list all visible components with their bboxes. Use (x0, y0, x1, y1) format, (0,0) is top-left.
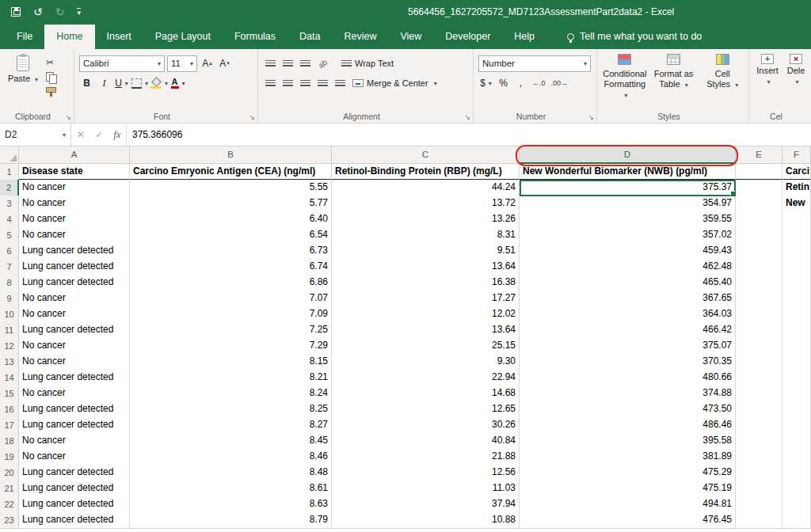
decrease-indent-button[interactable] (315, 75, 330, 92)
cell-B6[interactable]: 6.73 (130, 243, 332, 260)
cell-B19[interactable]: 8.46 (130, 449, 332, 466)
cell-E21[interactable] (736, 481, 782, 497)
cell-F12[interactable] (782, 338, 811, 355)
tab-view[interactable]: View (388, 25, 433, 49)
cell-C14[interactable]: 22.94 (332, 370, 520, 386)
cell-D14[interactable]: 480.66 (520, 370, 736, 386)
cell-A6[interactable]: Lung cancer detected (19, 243, 130, 260)
accounting-format-button[interactable]: $ ▾ (478, 75, 493, 92)
cell-D2[interactable]: 375.37 (520, 180, 736, 196)
cell-F7[interactable] (782, 259, 811, 276)
cell-A9[interactable]: No cancer (19, 291, 130, 307)
font-size-combo[interactable]: 11 ▾ (167, 55, 197, 72)
cell-B22[interactable]: 8.63 (130, 496, 332, 513)
orientation-button[interactable]: ab (315, 55, 330, 72)
cell-F5[interactable] (782, 227, 811, 244)
row-header-2[interactable]: 2 (0, 180, 19, 196)
paste-button[interactable]: Paste ▾ (5, 54, 41, 97)
cell-E22[interactable] (736, 496, 782, 513)
tab-data[interactable]: Data (287, 25, 332, 49)
cell-E2[interactable] (736, 180, 782, 196)
decrease-font-size-button[interactable]: A▾ (217, 55, 232, 72)
cell-C22[interactable]: 37.94 (332, 496, 520, 513)
format-as-table-button[interactable]: Format as Table ▾ (651, 54, 697, 101)
row-header-19[interactable]: 19 (0, 449, 19, 466)
dialog-launcher-icon[interactable]: ↘ (588, 113, 594, 121)
row-header-16[interactable]: 16 (0, 401, 19, 418)
cell-B14[interactable]: 8.21 (130, 370, 332, 386)
cell-C10[interactable]: 12.02 (332, 306, 520, 323)
row-header-5[interactable]: 5 (0, 227, 19, 244)
select-all-corner[interactable] (0, 146, 19, 164)
cell-B8[interactable]: 6.86 (130, 275, 332, 291)
align-left-button[interactable] (263, 75, 278, 92)
cell-A14[interactable]: Lung cancer detected (19, 370, 130, 386)
conditional-formatting-button[interactable]: Conditional Formatting ▾ (602, 54, 648, 101)
cell-D10[interactable]: 364.03 (520, 306, 736, 323)
cell-C1[interactable]: Retinol-Binding Protein (RBP) (mg/L) (332, 164, 520, 180)
cell-E23[interactable] (736, 512, 782, 529)
cell-E19[interactable] (736, 449, 782, 466)
font-name-combo[interactable]: Calibri ▾ (79, 55, 165, 72)
cell-C13[interactable]: 9.30 (332, 354, 520, 370)
row-header-14[interactable]: 14 (0, 370, 19, 386)
cell-F10[interactable] (782, 306, 811, 323)
cell-A4[interactable]: No cancer (19, 211, 130, 228)
row-header-21[interactable]: 21 (0, 481, 19, 497)
column-header-F[interactable]: F (782, 146, 811, 164)
fill-color-button[interactable]: ▾ (150, 75, 168, 92)
cell-F15[interactable] (782, 386, 811, 402)
undo-icon[interactable]: ↺ (33, 6, 43, 18)
cell-C12[interactable]: 25.15 (332, 338, 520, 355)
cell-E7[interactable] (736, 259, 782, 276)
cell-E11[interactable] (736, 322, 782, 339)
cell-F14[interactable] (782, 370, 811, 386)
cell-C21[interactable]: 11.03 (332, 481, 520, 497)
cell-A10[interactable]: No cancer (19, 306, 130, 323)
cell-E4[interactable] (736, 211, 782, 228)
row-header-20[interactable]: 20 (0, 465, 19, 481)
name-box[interactable]: D2 ▾ (0, 124, 71, 146)
redo-icon[interactable]: ↻ (55, 6, 65, 18)
cell-C6[interactable]: 9.51 (332, 243, 520, 260)
align-middle-button[interactable] (280, 55, 295, 72)
row-header-1[interactable]: 1 (0, 164, 19, 180)
cell-A23[interactable]: Lung cancer detected (19, 512, 130, 529)
cell-D18[interactable]: 395.58 (520, 433, 736, 450)
cell-E13[interactable] (736, 354, 782, 370)
increase-font-size-button[interactable]: A▴ (200, 55, 215, 72)
cell-F20[interactable] (782, 465, 811, 481)
cell-B16[interactable]: 8.25 (130, 401, 332, 418)
align-top-button[interactable] (263, 55, 278, 72)
row-header-12[interactable]: 12 (0, 338, 19, 355)
cell-E14[interactable] (736, 370, 782, 386)
cell-A11[interactable]: Lung cancer detected (19, 322, 130, 339)
cell-B4[interactable]: 6.40 (130, 211, 332, 228)
cell-F22[interactable] (782, 496, 811, 513)
insert-function-icon[interactable]: fx (114, 129, 121, 141)
cell-D4[interactable]: 359.55 (520, 211, 736, 228)
cell-B13[interactable]: 8.15 (130, 354, 332, 370)
cell-B18[interactable]: 8.45 (130, 433, 332, 450)
delete-cells-button[interactable]: × Dele ▾ (784, 54, 808, 87)
cell-C11[interactable]: 13.64 (332, 322, 520, 339)
cell-E16[interactable] (736, 401, 782, 418)
cell-B7[interactable]: 6.74 (130, 259, 332, 276)
italic-button[interactable]: I (97, 75, 112, 92)
cell-D1[interactable]: New Wonderful Biomarker (NWB) (pg/ml) (520, 164, 736, 180)
row-header-15[interactable]: 15 (0, 386, 19, 402)
cell-B17[interactable]: 8.27 (130, 417, 332, 434)
cell-A16[interactable]: Lung cancer detected (19, 401, 130, 418)
cut-icon[interactable]: ✂ (46, 57, 56, 68)
decrease-decimal-button[interactable]: .00→ (550, 75, 570, 92)
cell-E18[interactable] (736, 433, 782, 450)
cell-F11[interactable] (782, 322, 811, 339)
cell-C5[interactable]: 8.31 (332, 227, 520, 244)
underline-button[interactable]: U ▾ (114, 75, 129, 92)
tell-me-box[interactable]: Tell me what you want to do (567, 25, 702, 49)
cell-D11[interactable]: 466.42 (520, 322, 736, 339)
tab-home[interactable]: Home (44, 25, 94, 49)
cell-A7[interactable]: Lung cancer detected (19, 259, 130, 276)
enter-icon[interactable]: ✓ (95, 129, 103, 140)
cell-A21[interactable]: Lung cancer detected (19, 481, 130, 497)
